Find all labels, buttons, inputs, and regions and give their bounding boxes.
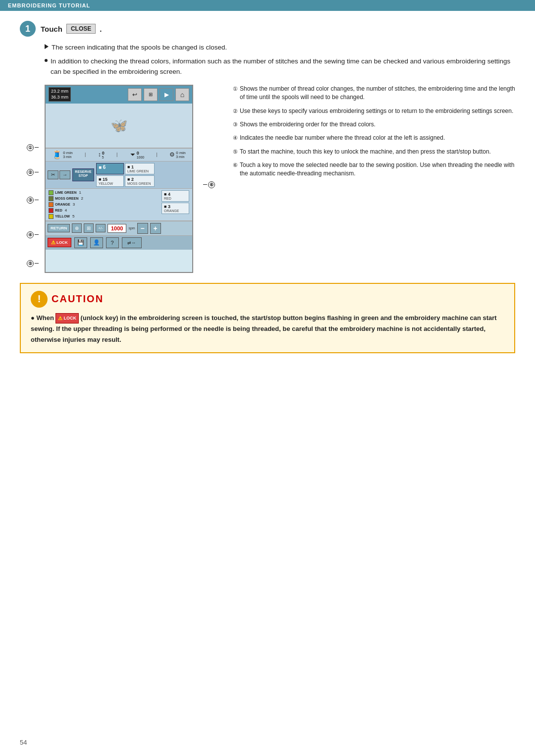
thread-num-yellow: 5 — [72, 214, 74, 218]
thread-item-red: RED 4 — [49, 208, 158, 213]
left-ctrl-group: ✂ → — [48, 170, 70, 179]
close-button[interactable]: CLOSE — [66, 24, 96, 34]
stat2-sub: 5 — [102, 156, 105, 159]
caution-when-text: When — [36, 314, 55, 322]
annotations-panel: ① Shows the number of thread color chang… — [233, 85, 515, 273]
thread-name-moss: MOSS GREEN — [55, 197, 78, 200]
plus-btn[interactable]: + — [150, 223, 161, 234]
thread-btn[interactable]: ⊕ — [72, 223, 82, 233]
stat-spool-time: ⚙ 0 min 3 min — [169, 151, 186, 159]
ann-text-6: Touch a key to move the selected needle … — [240, 161, 515, 178]
caution-header: ! CAUTION — [31, 291, 504, 308]
screen-stats-row: 🧵 0 min 3 min | ↕ 0 5 — [46, 148, 192, 162]
undo-icon-btn[interactable]: ↩ — [128, 88, 142, 101]
lock-label: LOCK — [56, 240, 68, 245]
save-icon-btn[interactable]: 💾 — [74, 237, 87, 248]
ann-text-3: Shows the embroidering order for the thr… — [240, 120, 375, 129]
caution-icon: ! — [31, 291, 48, 308]
thread-list: LIME GREEN 1 MOSS GREEN 2 ORANGE — [46, 189, 192, 221]
thread-item-moss: MOSS GREEN 2 — [49, 196, 158, 201]
annotation-1: ① Shows the number of thread color chang… — [233, 85, 515, 102]
stat3-sub: 1000 — [137, 156, 145, 159]
thread-name-lime: LIME GREEN — [55, 191, 77, 194]
spm-display: 1000 — [107, 224, 126, 233]
needle-cell-15[interactable]: ■ 15 YELLOW — [96, 175, 124, 187]
ann-num-5: ⑤ — [233, 148, 238, 156]
caution-title: CAUTION — [52, 293, 104, 305]
return-btn[interactable]: RETURN — [48, 224, 70, 232]
page-header: EMBROIDERING TUTORIAL — [0, 0, 535, 11]
thread-col-right: ■ 4 RED ■ 3 ORANGE — [161, 190, 189, 219]
arrow-icon-btn[interactable]: → — [59, 170, 70, 179]
caution-body-text: (unlock key) in the embroidering screen … — [31, 314, 497, 343]
caution-box: ! CAUTION ● When ⚠ LOCK (unlock key) in … — [20, 283, 515, 353]
page-number: 54 — [20, 739, 27, 746]
ann-text-2: Use these keys to specify various embroi… — [240, 107, 513, 115]
stat4-sub: 3 min — [176, 155, 186, 159]
home-icon-btn[interactable]: ⌂ — [175, 88, 189, 101]
thread-name-red: RED — [55, 209, 62, 212]
label-2: ② — [27, 169, 39, 176]
reserve-stop-btn[interactable]: RESERVE STOP — [72, 168, 94, 181]
thread-item-orange: ORANGE 3 — [49, 202, 158, 207]
caution-bullet-dot: ● — [31, 314, 35, 322]
label-1: ① — [27, 144, 39, 151]
thread-swatch-red — [49, 208, 54, 213]
step-number: 1 — [20, 21, 36, 37]
thread-col-left: LIME GREEN 1 MOSS GREEN 2 ORANGE — [49, 190, 158, 219]
scissors-icon-btn[interactable]: ✂ — [48, 170, 58, 179]
bullet-section: The screen indicating that the spools be… — [45, 43, 515, 77]
ann-num-3: ③ — [233, 121, 238, 129]
header-title: EMBROIDERING TUTORIAL — [8, 2, 90, 8]
thread-num-lime: 1 — [79, 190, 81, 195]
play-icon-btn[interactable]: ▶ — [160, 88, 173, 101]
ctrl-icons: ✂ → — [48, 170, 70, 179]
annotation-3: ③ Shows the embroidering order for the t… — [233, 120, 515, 129]
screen-lock-bar: ⚠ LOCK 💾 👤 ? ⇌↔ — [46, 235, 192, 250]
ann-num-1: ① — [233, 85, 238, 93]
needle-thread-icon-btn[interactable]: ⇌↔ — [122, 237, 142, 248]
stat-color-changes: 🧵 0 min 3 min — [52, 150, 73, 160]
thread-columns: LIME GREEN 1 MOSS GREEN 2 ORANGE — [49, 190, 189, 219]
caution-lock-warn-icon: ⚠ — [58, 314, 62, 323]
step-period: . — [100, 25, 102, 33]
triangle-icon — [45, 44, 49, 49]
screen-top-bar: 23.2 mm 36.3 mm ↩ ⊞ ▶ ⌂ — [46, 86, 192, 104]
frame-btn[interactable]: ⊞ — [84, 223, 94, 233]
ann-num-6: ⑥ — [233, 162, 238, 169]
person-icon-btn[interactable]: 👤 — [90, 237, 103, 248]
needle-row-2: ■ 15 YELLOW ■ 2 MOSS GREEN — [96, 175, 190, 187]
ann-num-4: ④ — [233, 134, 238, 142]
ann-text-1: Shows the number of thread color changes… — [240, 85, 515, 102]
caution-lock-inline: ⚠ LOCK — [55, 313, 79, 324]
needle-cell-2[interactable]: ■ 2 MOSS GREEN — [125, 175, 155, 187]
screen-section: ① ② ③ ④ ⑤ — [45, 85, 515, 273]
needle-cell-6[interactable]: ■ 6 — [96, 163, 124, 174]
label-6: ⑥ — [203, 181, 215, 188]
left-labels-group: ① ② ③ ④ ⑤ — [27, 144, 39, 267]
thread-swatch-lime — [49, 190, 54, 195]
thread-name-yellow: YELLOW — [55, 215, 70, 218]
stat-stitches: ↕ 0 5 — [98, 151, 105, 159]
thread-num-red: 4 — [65, 208, 67, 213]
plus-minus-btn[interactable]: +/- — [96, 224, 106, 232]
spm-label: spm — [128, 226, 135, 230]
layers-icon-btn[interactable]: ⊞ — [144, 88, 158, 101]
needle-cell-4[interactable]: ■ 4 RED — [161, 190, 189, 202]
stat-time: ⏷ 0 1000 — [130, 151, 145, 159]
stat2-val: 0 — [102, 151, 105, 156]
thread-num-moss: 2 — [81, 196, 83, 201]
needle-cell-3[interactable]: ■ 3 ORANGE — [161, 203, 189, 214]
screen-bottom-bar: RETURN ⊕ ⊞ +/- 1000 spm − + — [46, 221, 192, 235]
help-icon-btn[interactable]: ? — [106, 237, 119, 248]
needle-cell-1[interactable]: ■ 1 LIME GREEN — [125, 163, 155, 174]
stat4-val: 0 min — [176, 151, 186, 155]
minus-btn[interactable]: − — [137, 223, 148, 234]
thread-swatch-orange — [49, 202, 54, 207]
label-3: ③ — [27, 197, 39, 204]
label-4: ④ — [27, 231, 39, 238]
thread-item-yellow: YELLOW 5 — [49, 214, 158, 219]
lock-btn[interactable]: ⚠ LOCK — [48, 238, 71, 247]
ann-text-5: To start the machine, touch this key to … — [240, 148, 491, 156]
triangle-bullet: The screen indicating that the spools be… — [45, 43, 515, 53]
